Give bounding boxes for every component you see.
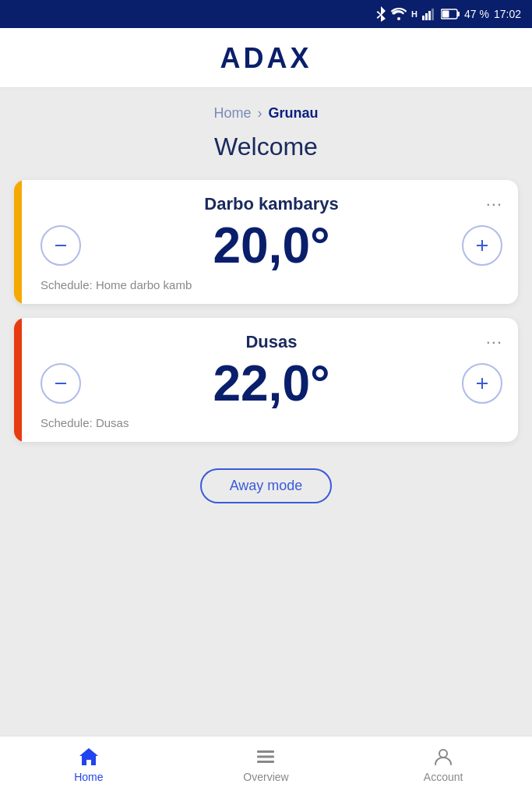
- app-header: ADAX: [0, 28, 532, 88]
- card-accent-dusas: [14, 318, 22, 442]
- breadcrumb: Home › Grunau: [0, 88, 532, 132]
- card-darbo-header: Darbo kambarys ···: [41, 194, 502, 214]
- svg-rect-0: [422, 16, 425, 20]
- clock: 17:02: [494, 8, 521, 20]
- overview-icon: [255, 746, 277, 768]
- status-bar: H 47 % 17:02: [0, 0, 532, 28]
- dusas-increase-button[interactable]: [462, 363, 502, 404]
- wifi-icon: [391, 8, 407, 20]
- home-icon: [78, 746, 100, 768]
- nav-item-account[interactable]: Account: [412, 746, 474, 783]
- welcome-title: Welcome: [0, 132, 532, 161]
- svg-rect-1: [425, 13, 428, 20]
- nav-item-overview[interactable]: Overview: [234, 746, 297, 783]
- darbo-decrease-button[interactable]: [41, 225, 81, 266]
- darbo-temperature: 20,0°: [213, 221, 329, 270]
- svg-rect-13: [257, 750, 274, 753]
- bluetooth-icon: [375, 6, 386, 22]
- svg-rect-15: [257, 761, 274, 763]
- card-darbo-menu[interactable]: ···: [486, 194, 502, 214]
- battery-percent: 47 %: [464, 8, 489, 20]
- card-darbo-name: Darbo kambarys: [41, 194, 502, 214]
- card-darbo-content: Darbo kambarys ··· 20,0° Schedule: Hom: [41, 194, 502, 291]
- away-mode-button[interactable]: Away mode: [200, 468, 333, 503]
- status-icons: H 47 % 17:02: [375, 6, 521, 22]
- svg-rect-2: [428, 11, 431, 20]
- card-dusas-header: Dusas ···: [41, 332, 502, 352]
- room-card-dusas: Dusas ··· 22,0° Schedule: Dusas: [14, 318, 518, 442]
- card-darbo-controls: 20,0°: [41, 221, 502, 270]
- nav-item-home[interactable]: Home: [58, 746, 120, 783]
- bottom-nav: Home Overview Account: [0, 736, 532, 798]
- nav-home-label: Home: [74, 771, 103, 783]
- nav-account-label: Account: [424, 771, 463, 783]
- card-dusas-name: Dusas: [41, 332, 502, 352]
- card-dusas-content: Dusas ··· 22,0° Schedule: Dusas: [41, 332, 502, 429]
- room-card-darbo: Darbo kambarys ··· 20,0° Schedule: Hom: [14, 180, 518, 304]
- signal-h-icon: H: [411, 9, 417, 19]
- darbo-increase-button[interactable]: [462, 225, 502, 266]
- darbo-schedule: Schedule: Home darbo kamb: [41, 278, 502, 291]
- breadcrumb-current: Grunau: [269, 105, 319, 122]
- battery-icon: [441, 9, 460, 19]
- card-dusas-menu[interactable]: ···: [486, 332, 502, 352]
- card-accent-darbo: [14, 180, 22, 304]
- dusas-decrease-button[interactable]: [41, 363, 81, 404]
- svg-point-16: [439, 750, 447, 757]
- main-content: Home › Grunau Welcome Darbo kambarys ···…: [0, 88, 532, 736]
- card-dusas-controls: 22,0°: [41, 358, 502, 408]
- dusas-temperature: 22,0°: [213, 358, 329, 408]
- account-icon: [432, 746, 454, 768]
- signal-bars-icon: [422, 8, 436, 20]
- breadcrumb-separator: ›: [258, 105, 262, 122]
- app-logo: ADAX: [220, 42, 312, 75]
- svg-rect-5: [442, 11, 449, 18]
- away-mode-container: Away mode: [0, 456, 532, 522]
- svg-rect-14: [257, 755, 274, 757]
- breadcrumb-home[interactable]: Home: [213, 105, 251, 122]
- svg-rect-6: [457, 12, 460, 16]
- nav-overview-label: Overview: [243, 771, 288, 783]
- dusas-schedule: Schedule: Dusas: [41, 416, 502, 429]
- svg-rect-3: [432, 9, 434, 20]
